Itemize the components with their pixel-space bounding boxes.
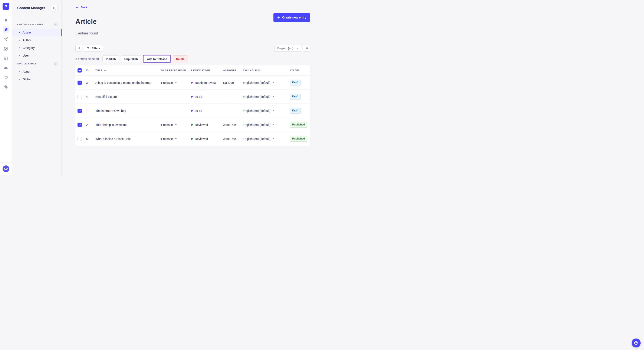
search-entries-button[interactable] bbox=[76, 45, 82, 52]
filters-button[interactable]: Filters bbox=[84, 45, 103, 52]
list-toolbar: Filters English (en) bbox=[76, 45, 310, 52]
row-checkbox[interactable] bbox=[78, 123, 82, 127]
cell-review-stage: Ready to review bbox=[191, 81, 223, 84]
stage-label: Ready to review bbox=[195, 81, 216, 84]
locale-value: English (en) (default) bbox=[243, 81, 270, 84]
sidebar-item-category[interactable]: Category bbox=[12, 44, 62, 52]
cell-available-in[interactable]: English (en) (default) bbox=[243, 95, 290, 98]
deploy-icon[interactable] bbox=[2, 64, 9, 71]
sidebar-section-header[interactable]: SINGLE TYPES2 bbox=[17, 59, 58, 68]
cell-title[interactable]: What's inside a Black Hole bbox=[96, 137, 160, 141]
sidebar-item-about[interactable]: About bbox=[12, 68, 62, 75]
settings-icon[interactable] bbox=[2, 84, 9, 90]
user-avatar[interactable]: KD bbox=[2, 166, 9, 172]
cell-review-stage: Reviewed bbox=[191, 137, 223, 141]
cell-review-stage: To do bbox=[191, 95, 223, 98]
chevron-down-icon bbox=[297, 48, 298, 49]
sidebar-item-global[interactable]: Global bbox=[12, 75, 62, 83]
marketplace-icon[interactable] bbox=[2, 74, 9, 81]
cell-release[interactable]: 1 release bbox=[160, 137, 191, 141]
entries-count-subtitle: 5 entries found bbox=[76, 31, 310, 35]
sidebar-title: Content Manager bbox=[17, 6, 45, 10]
unpublish-button[interactable]: Unpublish bbox=[121, 55, 142, 62]
cell-available-in[interactable]: English (en) (default) bbox=[243, 109, 290, 113]
create-new-entry-label: Create new entry bbox=[282, 16, 306, 19]
status-badge: Draft bbox=[290, 94, 301, 100]
locale-value: English (en) (default) bbox=[243, 137, 270, 141]
list-settings-button[interactable] bbox=[303, 45, 310, 52]
row-checkbox[interactable] bbox=[78, 81, 82, 85]
entries-table: ID TITLE TO BE RELEASED IN REVIEW STAGE … bbox=[76, 65, 310, 146]
cell-title[interactable]: The internet's Own boy bbox=[96, 109, 160, 113]
rail-nav bbox=[2, 16, 9, 90]
cell-review-stage: Reviewed bbox=[191, 123, 223, 127]
row-checkbox[interactable] bbox=[78, 109, 82, 113]
sidebar-item-user[interactable]: User bbox=[12, 52, 62, 59]
cell-release[interactable]: 1 release bbox=[160, 123, 191, 127]
sidebar-item-label: Article bbox=[22, 31, 31, 34]
bullet-icon bbox=[19, 40, 20, 41]
select-all-checkbox[interactable] bbox=[78, 68, 82, 72]
content-manager-sidebar: Content Manager COLLECTION TYPES4Article… bbox=[12, 0, 62, 175]
search-icon bbox=[77, 47, 80, 50]
add-to-release-button[interactable]: Add to Release bbox=[144, 55, 170, 62]
page-title: Article bbox=[76, 17, 97, 26]
cell-assignee: Kai Doe bbox=[223, 81, 243, 84]
sidebar-sections: COLLECTION TYPES4ArticleAuthorCategoryUs… bbox=[17, 20, 58, 83]
sidebar-item-author[interactable]: Author bbox=[12, 36, 62, 44]
cell-assignee: - bbox=[223, 109, 243, 113]
cell-id: 3 bbox=[86, 81, 96, 84]
sidebar-section: SINGLE TYPES2AboutGlobal bbox=[17, 59, 58, 83]
locale-value: English (en) (default) bbox=[243, 123, 270, 127]
strapi-logo[interactable] bbox=[2, 3, 9, 10]
table-row: 5What's inside a Black Hole1 releaseRevi… bbox=[76, 132, 310, 146]
row-checkbox[interactable] bbox=[78, 95, 82, 99]
table-row: 1The internet's Own boy-To do-English (e… bbox=[76, 104, 310, 118]
filters-label: Filters bbox=[92, 47, 100, 50]
cell-title[interactable]: Beautiful picture bbox=[96, 95, 160, 98]
row-checkbox[interactable] bbox=[78, 137, 82, 141]
back-link[interactable]: Back bbox=[76, 6, 87, 9]
stage-dot-icon bbox=[191, 110, 193, 112]
arrow-left-icon bbox=[76, 6, 79, 9]
locale-select[interactable]: English (en) bbox=[274, 45, 301, 52]
column-header-stage: REVIEW STAGE bbox=[191, 69, 223, 72]
cell-available-in[interactable]: English (en) (default) bbox=[243, 137, 290, 141]
media-library-icon[interactable] bbox=[2, 45, 9, 52]
cell-release[interactable]: 1 release bbox=[160, 81, 191, 84]
gear-icon bbox=[305, 46, 308, 50]
sidebar-item-label: Global bbox=[22, 78, 31, 81]
cell-available-in[interactable]: English (en) (default) bbox=[243, 123, 290, 127]
sidebar-header: Content Manager bbox=[17, 5, 58, 11]
cell-available-in[interactable]: English (en) (default) bbox=[243, 81, 290, 84]
home-icon[interactable] bbox=[2, 16, 9, 23]
release-value: - bbox=[160, 109, 162, 113]
cell-id: 2 bbox=[86, 123, 96, 127]
content-manager-icon[interactable] bbox=[2, 26, 9, 33]
column-header-title[interactable]: TITLE bbox=[96, 69, 160, 72]
sidebar-search-button[interactable] bbox=[51, 5, 58, 11]
cell-title[interactable]: A bug is becoming a meme on the internet bbox=[96, 81, 160, 84]
publish-button[interactable]: Publish bbox=[102, 55, 119, 62]
stage-dot-icon bbox=[191, 96, 193, 98]
delete-button[interactable]: Delete bbox=[173, 55, 188, 62]
cell-assignee: - bbox=[223, 95, 243, 98]
stage-dot-icon bbox=[191, 124, 193, 126]
sidebar-item-article[interactable]: Article bbox=[12, 29, 62, 36]
releases-icon[interactable] bbox=[2, 36, 9, 42]
sidebar-item-label: About bbox=[22, 70, 30, 73]
cell-status: Draft bbox=[290, 94, 310, 100]
status-badge: Published bbox=[290, 122, 307, 128]
cell-assignee: Jane Doe bbox=[223, 137, 243, 141]
strapi-logo-icon bbox=[4, 4, 8, 8]
content-type-builder-icon[interactable] bbox=[2, 55, 9, 62]
cell-title[interactable]: This shrimp is awesome bbox=[96, 123, 160, 127]
create-new-entry-button[interactable]: Create new entry bbox=[274, 13, 310, 22]
stage-label: To do bbox=[195, 109, 202, 113]
chevron-down-icon bbox=[175, 124, 177, 125]
status-badge: Published bbox=[290, 136, 307, 142]
release-value: 1 release bbox=[160, 137, 173, 141]
selection-actions-bar: 3 entries selected Publish Unpublish Add… bbox=[76, 55, 310, 62]
release-value: - bbox=[160, 95, 162, 98]
sidebar-section-header[interactable]: COLLECTION TYPES4 bbox=[17, 20, 58, 29]
